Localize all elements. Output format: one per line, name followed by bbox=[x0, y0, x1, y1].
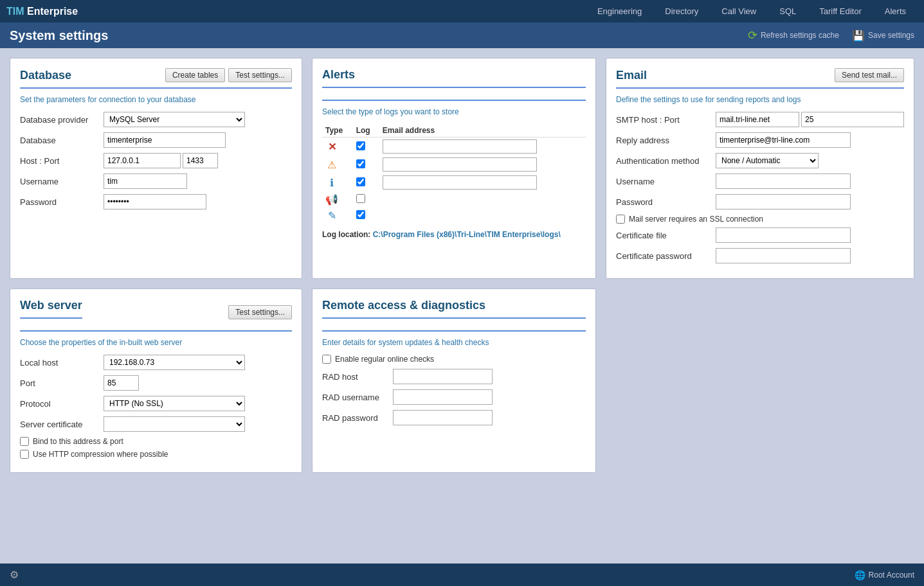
bind-address-checkbox[interactable] bbox=[20, 437, 29, 446]
smtp-port-input[interactable] bbox=[801, 112, 904, 127]
alerts-subtitle: Select the type of logs you want to stor… bbox=[322, 107, 586, 116]
nav-engineering[interactable]: Engineering bbox=[586, 0, 653, 22]
info-type-icon: ℹ bbox=[325, 177, 338, 189]
email-username-input[interactable] bbox=[716, 173, 851, 189]
rad-username-input[interactable] bbox=[393, 389, 493, 405]
db-username-input[interactable] bbox=[104, 173, 187, 189]
app-logo: TIM Enterprise bbox=[6, 6, 78, 17]
auth-method-row: Authentication method None / Automatic bbox=[616, 153, 904, 168]
ssl-label: Mail server requires an SSL connection bbox=[629, 215, 763, 224]
protocol-row: Protocol HTTP (No SSL) bbox=[20, 396, 292, 411]
col-email: Email address bbox=[379, 124, 586, 138]
warning-email-input[interactable] bbox=[383, 157, 537, 172]
smtp-host-input[interactable] bbox=[716, 112, 799, 127]
error-email-input[interactable] bbox=[383, 139, 537, 154]
local-host-select[interactable]: 192.168.0.73 bbox=[104, 355, 245, 370]
cert-pass-row: Certificate password bbox=[616, 248, 904, 263]
webserver-subtitle: Choose the properties of the in-built we… bbox=[20, 338, 292, 347]
info-email-input[interactable] bbox=[383, 175, 537, 190]
reply-address-input[interactable] bbox=[716, 132, 851, 148]
local-host-row: Local host 192.168.0.73 bbox=[20, 355, 292, 370]
local-host-label: Local host bbox=[20, 358, 104, 368]
db-host-label: Host : Port bbox=[20, 156, 104, 166]
email-password-input[interactable] bbox=[716, 194, 851, 209]
email-panel: Email Send test mail... Define the setti… bbox=[606, 58, 914, 279]
refresh-icon: ⟳ bbox=[748, 28, 757, 42]
rad-host-label: RAD host bbox=[322, 372, 393, 382]
email-subtitle: Define the settings to use for sending r… bbox=[616, 95, 904, 104]
logo-tim: TIM bbox=[6, 6, 24, 17]
warning-type-icon: ⚠ bbox=[325, 159, 338, 171]
rad-username-label: RAD username bbox=[322, 393, 393, 402]
server-cert-select[interactable] bbox=[104, 416, 245, 432]
info-log-checkbox[interactable] bbox=[356, 177, 365, 186]
email-title: Email bbox=[616, 69, 647, 82]
test-database-settings-button[interactable]: Test settings... bbox=[228, 68, 292, 82]
compress-checkbox[interactable] bbox=[20, 450, 29, 459]
cert-pass-label: Certificate password bbox=[616, 251, 716, 261]
col-type: Type bbox=[322, 124, 353, 138]
compress-label: Use HTTP compression where possible bbox=[33, 450, 168, 459]
db-provider-label: Database provider bbox=[20, 115, 104, 125]
rad-password-row: RAD password bbox=[322, 410, 586, 425]
edit-log-checkbox[interactable] bbox=[356, 210, 365, 219]
database-header-buttons: Create tables Test settings... bbox=[165, 68, 292, 82]
alerts-table: Type Log Email address ✕ ⚠ ℹ bbox=[322, 124, 586, 224]
log-location-label: Log location: bbox=[322, 230, 370, 239]
remote-subtitle: Enter details for system updates & healt… bbox=[322, 338, 586, 347]
protocol-select[interactable]: HTTP (No SSL) bbox=[104, 396, 245, 411]
alerts-row-error: ✕ bbox=[322, 138, 586, 156]
nav-directory[interactable]: Directory bbox=[653, 0, 710, 22]
remote-form: Enable regular online checks RAD host RA… bbox=[322, 355, 586, 425]
rad-host-input[interactable] bbox=[393, 369, 493, 384]
ssl-checkbox-row: Mail server requires an SSL connection bbox=[616, 215, 904, 224]
nav-tariff-editor[interactable]: Tariff Editor bbox=[808, 0, 873, 22]
db-username-row: Username bbox=[20, 173, 292, 189]
nav-sql[interactable]: SQL bbox=[768, 0, 808, 22]
warning-log-checkbox[interactable] bbox=[356, 159, 365, 168]
db-port-input[interactable] bbox=[183, 153, 218, 168]
cert-file-input[interactable] bbox=[716, 227, 851, 243]
enable-checks-label: Enable regular online checks bbox=[335, 355, 434, 364]
email-username-label: Username bbox=[616, 177, 716, 186]
phone-log-checkbox[interactable] bbox=[356, 194, 365, 203]
nav-alerts[interactable]: Alerts bbox=[873, 0, 918, 22]
send-test-mail-button[interactable]: Send test mail... bbox=[835, 68, 904, 82]
rad-password-input[interactable] bbox=[393, 410, 493, 425]
save-icon: 💾 bbox=[852, 30, 865, 42]
db-password-row: Password bbox=[20, 194, 292, 209]
cert-pass-input[interactable] bbox=[716, 248, 851, 263]
remote-access-panel: Remote access & diagnostics Enter detail… bbox=[312, 289, 596, 473]
bind-label: Bind to this address & port bbox=[33, 437, 123, 446]
db-name-label: Database bbox=[20, 136, 104, 145]
db-password-input[interactable] bbox=[104, 194, 206, 209]
database-title: Database bbox=[20, 69, 165, 82]
ssl-checkbox[interactable] bbox=[616, 215, 625, 224]
save-settings-button[interactable]: 💾 Save settings bbox=[852, 30, 914, 42]
nav-links: Engineering Directory Call View SQL Tari… bbox=[586, 0, 918, 22]
alerts-panel: Alerts Select the type of logs you want … bbox=[312, 58, 596, 279]
logo-enterprise: Enterprise bbox=[27, 6, 78, 17]
refresh-settings-button[interactable]: ⟳ Refresh settings cache bbox=[748, 28, 839, 42]
webserver-port-row: Port bbox=[20, 375, 292, 391]
webserver-port-input[interactable] bbox=[104, 375, 139, 391]
email-form: SMTP host : Port Reply address Authentic… bbox=[616, 112, 904, 263]
sub-header: System settings ⟳ Refresh settings cache… bbox=[0, 22, 924, 48]
error-log-checkbox[interactable] bbox=[356, 141, 365, 150]
log-location: Log location: C:\Program Files (x86)\Tri… bbox=[322, 230, 586, 239]
enable-checks-row: Enable regular online checks bbox=[322, 355, 586, 364]
nav-call-view[interactable]: Call View bbox=[710, 0, 768, 22]
db-host-input[interactable] bbox=[104, 153, 181, 168]
db-name-input[interactable] bbox=[104, 132, 226, 148]
db-provider-select[interactable]: MySQL Server bbox=[104, 112, 245, 127]
auth-method-select[interactable]: None / Automatic bbox=[716, 153, 819, 168]
enable-checks-checkbox[interactable] bbox=[322, 355, 331, 364]
create-tables-button[interactable]: Create tables bbox=[165, 68, 225, 82]
edit-type-icon: ✎ bbox=[325, 209, 338, 222]
compress-checkbox-row: Use HTTP compression where possible bbox=[20, 450, 292, 459]
auth-label: Authentication method bbox=[616, 156, 716, 166]
server-cert-row: Server certificate bbox=[20, 416, 292, 432]
test-webserver-settings-button[interactable]: Test settings... bbox=[228, 305, 292, 319]
db-password-label: Password bbox=[20, 197, 104, 207]
database-panel: Database Create tables Test settings... … bbox=[10, 58, 302, 279]
